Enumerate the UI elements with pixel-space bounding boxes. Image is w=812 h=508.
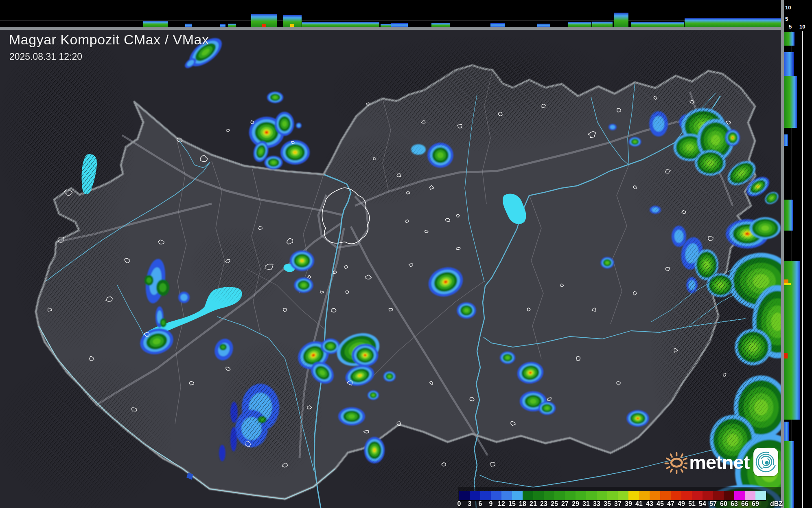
- radar-echo-green: [538, 401, 556, 415]
- echo-ring: [301, 259, 304, 262]
- echo-ring: [633, 141, 636, 143]
- echo-ring: [301, 284, 306, 287]
- legend-swatch: [692, 491, 703, 500]
- legend-tick: 3: [468, 500, 472, 508]
- radar-echo-navy: [230, 402, 238, 423]
- echo-ring: [711, 135, 720, 145]
- side-profile-echo-core: [784, 283, 791, 285]
- radar-echo-greencore: [144, 275, 153, 286]
- top-profile-echo-segment: [220, 24, 225, 27]
- radar-echo-green: [500, 352, 515, 364]
- echo-ring: [506, 356, 510, 359]
- echo-ring: [686, 144, 694, 151]
- echo-ring: [746, 233, 749, 235]
- top-profile-echo-segment: [431, 23, 450, 27]
- legend-swatch: [703, 491, 713, 500]
- echo-ring: [674, 230, 683, 243]
- echo-ring: [221, 345, 225, 349]
- radar-echo-severe: [725, 130, 740, 146]
- radar-echo-green: [294, 277, 313, 293]
- echo-ring: [372, 394, 375, 396]
- legend-tick: 54: [699, 500, 706, 508]
- top-profile-echo-segment: [631, 22, 684, 27]
- top-profile-echo-segment: [537, 24, 550, 27]
- legend-tick: 43: [646, 500, 653, 508]
- legend-tick: 47: [667, 500, 674, 508]
- radar-echo-greencore: [156, 279, 169, 296]
- echo-ring: [411, 144, 426, 155]
- top-profile-echo-segment: [381, 24, 392, 27]
- radar-echo-cyan: [411, 144, 426, 155]
- legend-swatch: [533, 491, 544, 500]
- side-profile-echo-segment: [784, 32, 794, 46]
- legend-tick: 12: [498, 500, 505, 508]
- top-profile-echo-segment: [592, 22, 613, 27]
- axis-label-top-10km: 10: [785, 4, 791, 11]
- echo-ring: [271, 161, 276, 164]
- legend-swatch: [512, 491, 523, 500]
- echo-ring: [230, 427, 237, 451]
- legend-tick: 41: [635, 500, 643, 508]
- radar-echo-strong: [290, 251, 314, 271]
- legend-swatch: [565, 491, 576, 500]
- echo-ring: [373, 449, 375, 451]
- radar-echo-greencore: [160, 318, 166, 327]
- echo-ring: [147, 277, 151, 283]
- echo-ring: [706, 160, 714, 166]
- radar-echo-strong: [280, 140, 310, 165]
- legend-tick: 35: [604, 500, 611, 508]
- echo-ring: [297, 124, 301, 128]
- radar-echo-field: [735, 329, 771, 365]
- echo-ring: [754, 399, 768, 415]
- echo-ring: [652, 207, 659, 212]
- top-profile-echo-segment: [685, 18, 781, 27]
- echo-ring: [704, 261, 710, 268]
- legend-tick: 45: [657, 500, 664, 508]
- side-profile-echo-segment: [784, 422, 789, 441]
- legend-tick: 18: [519, 500, 526, 508]
- echo-top-height-profile: [0, 0, 781, 27]
- legend-tick: 63: [731, 500, 738, 508]
- echo-ring: [293, 151, 297, 154]
- echo-ring: [219, 445, 225, 461]
- echo-ring: [732, 137, 733, 138]
- metnet-logo-link[interactable]: metnet: [664, 445, 778, 479]
- echo-ring: [180, 294, 187, 301]
- echo-ring: [545, 407, 549, 410]
- legend-tick: 27: [561, 500, 569, 508]
- timestamp: 2025.08.31 12:20: [9, 51, 82, 62]
- echo-ring: [749, 343, 757, 352]
- legend-tick: 15: [508, 500, 516, 508]
- radar-echo-blue: [650, 206, 661, 214]
- legend-tick: 33: [593, 500, 600, 508]
- legend-swatch: [639, 491, 650, 500]
- side-profile-echo-segment: [784, 52, 794, 76]
- axis-label-side-10km: 10: [799, 24, 805, 30]
- dbz-color-legend: 0369121518212325272931333537394143454749…: [458, 487, 781, 508]
- echo-ring: [273, 96, 277, 99]
- echo-ring: [464, 308, 468, 312]
- side-profile-echo-segment: [784, 441, 794, 508]
- legend-swatch: [544, 491, 554, 500]
- radar-echo-green: [457, 302, 476, 319]
- radar-echo-green: [267, 92, 283, 103]
- top-profile-echo-segment: [228, 24, 236, 27]
- top-profile-echo-segment: [143, 21, 168, 27]
- legend-tick: 37: [614, 500, 622, 508]
- legend-swatch: [523, 491, 533, 500]
- radar-echo-green: [368, 390, 379, 400]
- radar-echo-field: [750, 217, 781, 239]
- radar-echo-blue: [178, 292, 190, 303]
- legend-swatch: [597, 491, 607, 500]
- radar-echo-severe: [352, 344, 379, 366]
- radar-echo-blue: [608, 124, 617, 130]
- echo-ring: [388, 375, 391, 378]
- legend-swatch: [671, 491, 681, 500]
- top-profile-echo-core: [262, 24, 266, 27]
- map-vector-layer: [0, 27, 781, 508]
- legend-tick: 29: [572, 500, 579, 508]
- radar-map-canvas: [0, 27, 781, 508]
- echo-ring: [530, 399, 536, 404]
- side-profile-echo-core: [784, 353, 788, 358]
- legend-tick: 31: [582, 500, 590, 508]
